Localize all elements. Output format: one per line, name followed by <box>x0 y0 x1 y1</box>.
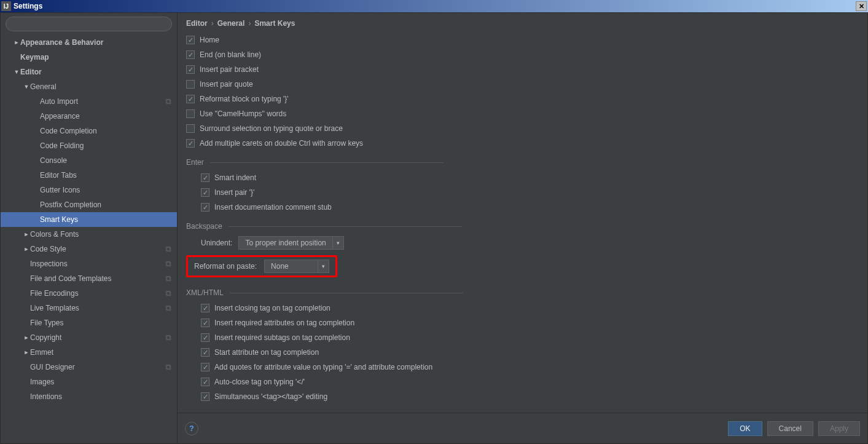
xml-option-row: Insert required subtags on tag completio… <box>201 330 859 345</box>
option-checkbox[interactable] <box>186 65 195 74</box>
ok-button[interactable]: OK <box>728 421 762 436</box>
tree-item-editor[interactable]: ▼Editor <box>1 65 177 79</box>
tree-item-images[interactable]: Images <box>1 375 177 389</box>
tree-item-editor-tabs[interactable]: Editor Tabs <box>1 168 177 183</box>
svg-rect-15 <box>167 336 171 340</box>
option-label: Home <box>200 36 219 44</box>
option-checkbox[interactable] <box>186 139 195 148</box>
tree-item-label: General <box>30 82 172 91</box>
tree-item-auto-import[interactable]: Auto Import <box>1 94 177 109</box>
reformat-label: Reformat on paste: <box>194 262 257 271</box>
reformat-on-paste-combo[interactable]: None <box>264 260 329 273</box>
xml-option-row: Insert closing tag on tag completion <box>201 301 859 315</box>
svg-rect-3 <box>167 100 171 104</box>
window-title: Settings <box>14 2 42 10</box>
tree-item-colors-fonts[interactable]: ►Colors & Fonts <box>1 227 177 242</box>
tree-item-label: Auto Import <box>40 97 165 106</box>
tree-item-console[interactable]: Console <box>1 153 177 168</box>
xml-option-checkbox[interactable] <box>201 363 209 371</box>
breadcrumb-editor[interactable]: Editor <box>186 19 208 28</box>
section-xmlhtml: XML/HTML <box>186 288 859 297</box>
tree-item-appearance-behavior[interactable]: ►Appearance & Behavior <box>1 35 177 50</box>
tree-item-label: Appearance <box>40 112 172 121</box>
tree-item-copyright[interactable]: ►Copyright <box>1 330 177 345</box>
tree-arrow-icon: ► <box>23 349 30 355</box>
tree-item-label: Copyright <box>30 333 165 342</box>
enter-option-row: Insert pair '}' <box>201 185 859 200</box>
tree-item-label: Emmet <box>30 348 172 357</box>
enter-option-checkbox[interactable] <box>201 203 209 212</box>
xml-option-row: Insert required attributes on tag comple… <box>201 315 859 330</box>
section-enter: Enter <box>186 158 859 167</box>
tree-item-postfix-completion[interactable]: Postfix Completion <box>1 197 177 212</box>
tree-item-label: Intentions <box>30 392 172 401</box>
tree-arrow-icon: ▼ <box>13 69 20 75</box>
svg-rect-11 <box>167 292 171 296</box>
breadcrumb-general[interactable]: General <box>217 19 245 28</box>
xml-option-checkbox[interactable] <box>201 348 209 357</box>
unindent-label: Unindent: <box>201 239 232 247</box>
copy-icon <box>165 245 172 253</box>
chevron-down-icon[interactable] <box>332 237 343 249</box>
tree-item-keymap[interactable]: Keymap <box>1 50 177 65</box>
tree-item-code-completion[interactable]: Code Completion <box>1 124 177 138</box>
option-row: Insert pair quote <box>186 77 859 92</box>
tree-item-gui-designer[interactable]: GUI Designer <box>1 360 177 375</box>
tree-item-label: File and Code Templates <box>30 274 165 283</box>
tree-item-label: GUI Designer <box>30 363 165 371</box>
enter-option-row: Smart indent <box>201 170 859 185</box>
search-input[interactable] <box>6 17 172 31</box>
tree-item-gutter-icons[interactable]: Gutter Icons <box>1 183 177 197</box>
tree-item-label: Code Completion <box>40 127 172 135</box>
copy-icon <box>165 260 172 268</box>
chevron-down-icon[interactable] <box>318 260 329 272</box>
help-button[interactable]: ? <box>185 422 198 435</box>
option-checkbox[interactable] <box>186 36 195 44</box>
unindent-combo[interactable]: To proper indent position <box>238 236 343 250</box>
tree-item-label: Editor <box>20 68 172 76</box>
xml-option-checkbox[interactable] <box>201 378 209 386</box>
reformat-on-paste-highlight: Reformat on paste: None <box>186 255 337 277</box>
section-backspace: Backspace <box>186 222 859 231</box>
xml-option-checkbox[interactable] <box>201 319 209 327</box>
enter-option-checkbox[interactable] <box>201 173 209 182</box>
tree-item-file-encodings[interactable]: File Encodings <box>1 286 177 301</box>
tree-item-code-folding[interactable]: Code Folding <box>1 138 177 153</box>
svg-rect-16 <box>166 365 170 368</box>
tree-item-emmet[interactable]: ►Emmet <box>1 345 177 360</box>
cancel-button[interactable]: Cancel <box>767 421 813 436</box>
settings-tree[interactable]: ►Appearance & BehaviorKeymap▼Editor▼Gene… <box>1 35 177 443</box>
option-checkbox[interactable] <box>186 50 195 59</box>
svg-rect-10 <box>166 291 170 295</box>
tree-item-file-types[interactable]: File Types <box>1 315 177 330</box>
option-label: Add multiple carets on double Ctrl with … <box>200 139 363 148</box>
tree-item-live-templates[interactable]: Live Templates <box>1 301 177 315</box>
close-button[interactable]: ✕ <box>856 1 867 11</box>
enter-option-checkbox[interactable] <box>201 188 209 197</box>
tree-item-intentions[interactable]: Intentions <box>1 389 177 404</box>
xml-option-checkbox[interactable] <box>201 304 209 312</box>
xml-option-label: Insert required attributes on tag comple… <box>214 319 354 327</box>
xml-option-label: Simultaneous '<tag></tag>' editing <box>214 392 327 401</box>
option-checkbox[interactable] <box>186 95 195 103</box>
option-row: Use "CamelHumps" words <box>186 106 859 121</box>
tree-item-smart-keys[interactable]: Smart Keys <box>1 212 177 227</box>
copy-icon <box>165 363 172 371</box>
option-checkbox[interactable] <box>186 109 195 118</box>
svg-rect-9 <box>167 277 171 281</box>
option-checkbox[interactable] <box>186 124 195 133</box>
svg-rect-4 <box>166 247 170 250</box>
tree-item-inspections[interactable]: Inspections <box>1 256 177 271</box>
tree-item-label: Live Templates <box>30 304 165 312</box>
option-label: End (on blank line) <box>200 50 261 59</box>
tree-item-code-style[interactable]: ►Code Style <box>1 242 177 256</box>
apply-button[interactable]: Apply <box>818 421 860 436</box>
tree-item-general[interactable]: ▼General <box>1 79 177 94</box>
tree-item-label: Code Folding <box>40 141 172 150</box>
tree-arrow-icon: ► <box>23 246 30 252</box>
xml-option-checkbox[interactable] <box>201 392 209 401</box>
tree-item-appearance[interactable]: Appearance <box>1 109 177 124</box>
option-checkbox[interactable] <box>186 80 195 89</box>
tree-item-file-and-code-templates[interactable]: File and Code Templates <box>1 271 177 286</box>
xml-option-checkbox[interactable] <box>201 333 209 342</box>
